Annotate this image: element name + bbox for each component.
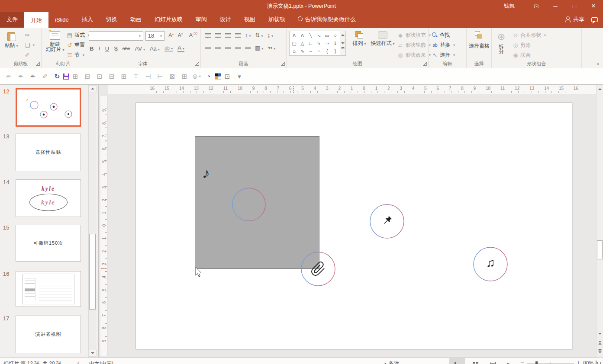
tab-home[interactable]: 开始	[24, 12, 48, 28]
distribute-horizontal-icon[interactable]: ⊣	[142, 71, 154, 82]
elbow-connector-shape-icon[interactable]: ∟	[306, 39, 315, 47]
tab-file[interactable]: 文件	[0, 12, 24, 27]
bold-button[interactable]: B	[90, 45, 94, 52]
underline-button[interactable]: U	[105, 45, 109, 52]
paperclip-circle-shape[interactable]	[301, 252, 335, 286]
minimize-button[interactable]: ─	[546, 0, 565, 12]
eyedropper-icon[interactable]: ✒	[27, 71, 39, 82]
zoom-slider-thumb[interactable]	[535, 361, 538, 364]
curve-shape-icon[interactable]: ~	[315, 47, 323, 55]
merge-shapes-button[interactable]: ⊚合并形状	[513, 31, 546, 40]
triangle-shape-icon[interactable]: △	[298, 39, 306, 47]
line-spacing-button[interactable]: ↕	[245, 32, 251, 38]
align-objects-left-icon[interactable]: ⊢	[154, 71, 166, 82]
font-dialog-launcher[interactable]	[195, 62, 199, 66]
save-icon[interactable]	[63, 73, 69, 80]
next-slide-button[interactable]	[597, 348, 603, 354]
previous-slide-button[interactable]	[597, 339, 603, 346]
rounded-rectangle-shape-icon[interactable]: ▢	[290, 39, 298, 47]
music-circle-shape[interactable]	[474, 247, 507, 281]
paste-button[interactable]: 粘贴	[2, 29, 21, 49]
strikethrough-button[interactable]: abc	[123, 46, 130, 51]
thumbnails-scroll-down-button[interactable]	[89, 350, 97, 357]
canvas-scroll-up-button[interactable]	[597, 86, 603, 93]
thumbnails-scroll-up-button[interactable]	[89, 85, 97, 92]
bring-forward-icon[interactable]: ⊞	[118, 71, 130, 82]
new-slide-button[interactable]: 新建 幻灯片	[43, 29, 67, 53]
align-right-button[interactable]	[225, 46, 231, 50]
right-arrow-shape-icon[interactable]: ⇒	[323, 39, 331, 47]
arrange-button[interactable]: 排列	[350, 29, 369, 47]
character-spacing-button[interactable]: AV	[135, 45, 145, 52]
reading-view-button[interactable]	[485, 358, 500, 364]
animation-timer-icon[interactable]: ◔	[203, 71, 215, 82]
find-button[interactable]: 查找	[432, 31, 450, 40]
distribute-button[interactable]	[245, 46, 251, 50]
clear-formatting-button[interactable]: A	[189, 32, 197, 38]
thumbnails-scrollbar[interactable]	[88, 85, 96, 358]
align-objects-bottom-icon[interactable]: ⊡	[94, 71, 106, 82]
align-objects-top-icon[interactable]: ⊤	[130, 71, 142, 82]
font-name-combo[interactable]	[89, 31, 143, 41]
slide-thumbnail-14[interactable]: kyle kyle	[16, 179, 81, 217]
slide-thumbnail-12[interactable]: ♪	[16, 88, 81, 127]
elbow-arrow-shape-icon[interactable]: ↳	[315, 39, 323, 47]
subtract-shapes-button[interactable]: ◎剪除	[513, 41, 531, 50]
redo-icon[interactable]: ↻	[51, 71, 63, 82]
tab-view[interactable]: 视图	[238, 12, 262, 27]
slide-thumbnail-13[interactable]: 选择性粘贴	[16, 134, 81, 171]
paperclip-icon[interactable]	[312, 262, 324, 275]
align-center-button[interactable]	[215, 46, 221, 50]
bring-to-front-icon[interactable]: ⊞	[178, 71, 190, 82]
normal-view-button[interactable]	[449, 358, 465, 364]
copy-button[interactable]: ❏	[24, 41, 35, 50]
slide-thumbnail-15[interactable]: 可撤销150次	[16, 225, 81, 262]
justify-button[interactable]	[235, 46, 241, 50]
line-shape-icon[interactable]: ╲	[306, 32, 315, 39]
gallery-down-button[interactable]	[340, 39, 345, 48]
right-brace-shape-icon[interactable]: }	[331, 47, 339, 55]
increase-indent-button[interactable]	[235, 33, 241, 38]
text-highlight-button[interactable]: ab	[164, 45, 173, 52]
merge-shapes-icon[interactable]: ⊚	[190, 71, 203, 82]
eyedropper-icon[interactable]: ✒	[3, 71, 15, 82]
align-objects-center-icon[interactable]: ⊞	[69, 71, 81, 82]
maximize-button[interactable]: □	[565, 0, 584, 12]
vertical-textbox-shape-icon[interactable]: A	[298, 32, 306, 39]
replace-button[interactable]: ab替换	[432, 41, 455, 50]
columns-button[interactable]: ▥	[255, 45, 263, 51]
rotate-objects-icon[interactable]: ⊟	[106, 71, 118, 82]
select-button[interactable]: ↖选择	[432, 51, 455, 60]
eyedropper-icon[interactable]: ✒	[15, 71, 27, 82]
oval-shape-icon[interactable]: ○	[331, 32, 339, 39]
clipboard-dialog-launcher[interactable]	[36, 62, 40, 66]
arc-shape-icon[interactable]: ⌢	[306, 47, 315, 55]
send-to-back-icon[interactable]: ⊠	[166, 71, 178, 82]
freeform-shape-icon[interactable]: ⌂	[290, 47, 298, 55]
notes-button[interactable]: 备注	[384, 360, 399, 364]
quick-styles-button[interactable]: 快速样式	[370, 29, 396, 47]
split-shapes-button[interactable]: ⊛ 拆 分	[493, 29, 509, 54]
section-button[interactable]: ☰节	[67, 51, 84, 60]
align-objects-middle-icon[interactable]: ⊟	[81, 71, 94, 82]
gallery-up-button[interactable]	[340, 31, 345, 39]
pushpin-icon[interactable]	[382, 216, 392, 226]
tab-animations[interactable]: 动画	[124, 12, 148, 27]
align-left-button[interactable]	[205, 46, 211, 50]
shape-outline-button[interactable]: ▱形状轮廓	[397, 41, 431, 50]
slide-thumbnail-16[interactable]	[16, 271, 81, 307]
change-case-button[interactable]: Aa	[150, 45, 160, 52]
tab-insert[interactable]: 插入	[75, 12, 100, 27]
canvas-scrollbar[interactable]	[596, 85, 603, 358]
union-shapes-button[interactable]: ◉联合	[513, 51, 531, 60]
textbox-shape-icon[interactable]: A	[290, 32, 298, 39]
decrease-indent-button[interactable]	[225, 33, 231, 38]
tab-review[interactable]: 审阅	[189, 12, 213, 27]
tab-transitions[interactable]: 切换	[100, 12, 124, 27]
tell-me-box[interactable]: 告诉我你想要做什么	[298, 12, 356, 27]
shape-fill-button[interactable]: ◆形状填充	[397, 31, 431, 40]
font-size-combo[interactable]: 18	[145, 31, 164, 41]
increase-font-size-button[interactable]: A	[168, 32, 174, 38]
down-arrow-shape-icon[interactable]: ⇓	[331, 39, 339, 47]
numbering-button[interactable]	[215, 33, 221, 38]
